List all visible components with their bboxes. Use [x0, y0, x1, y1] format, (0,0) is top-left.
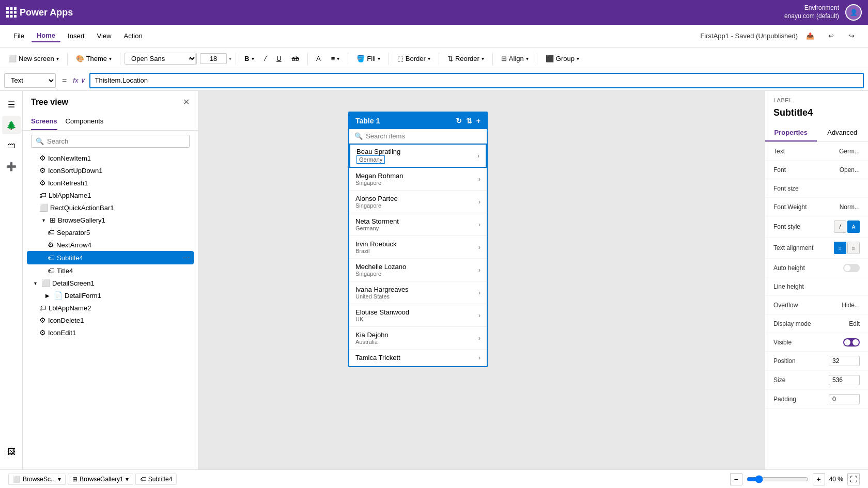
gallery-item-subtitle-7: UK: [355, 316, 478, 322]
tree-item-DetailScreen1[interactable]: ▾ ⬜ DetailScreen1: [27, 277, 194, 289]
data-button[interactable]: 🗃: [2, 136, 21, 155]
tree-item-Separator5[interactable]: 🏷 Separator5: [27, 226, 194, 239]
tree-item-DetailForm1[interactable]: ▶ 📄 DetailForm1: [27, 289, 194, 302]
zoom-slider[interactable]: [747, 475, 809, 483]
text-color-button-2[interactable]: A: [847, 221, 860, 233]
reorder-button[interactable]: ⇅Reorder▾: [443, 53, 488, 65]
breadcrumb-browse-screen[interactable]: ⬜ BrowseSc... ▾: [8, 474, 66, 485]
menu-view[interactable]: View: [92, 30, 117, 42]
text-color-button[interactable]: A: [312, 53, 325, 65]
gallery-item-0[interactable]: Beau Spratling Germany ›: [349, 144, 487, 168]
gallery-item-3[interactable]: Neta Storment Germany ›: [349, 213, 487, 236]
gallery-item-arrow-5: ›: [478, 266, 481, 274]
gallery-item-2[interactable]: Alonso Partee Singapore ›: [349, 191, 487, 213]
gallery-item-7[interactable]: Elouise Stanwood UK ›: [349, 304, 487, 327]
align-right-button[interactable]: ≡: [847, 242, 860, 254]
expand-browsegallery1[interactable]: ▾: [39, 217, 48, 223]
redo-button[interactable]: ↪: [843, 28, 860, 44]
sidebar-close-button[interactable]: ✕: [183, 97, 190, 107]
sort-icon[interactable]: ⇅: [466, 117, 472, 125]
breadcrumb-browse-gallery[interactable]: ⊞ BrowseGallery1 ▾: [68, 474, 133, 485]
bold-chevron: ▾: [252, 56, 254, 61]
tree-item-NextArrow4[interactable]: ⚙ NextArrow4: [27, 239, 194, 251]
expand-detailform1[interactable]: ▶: [43, 293, 52, 298]
tree-item-IconSortUpDown1[interactable]: ⚙ IconSortUpDown1: [27, 164, 194, 177]
visible-toggle[interactable]: [843, 338, 860, 347]
add-icon[interactable]: +: [476, 117, 481, 125]
screen-icon: ⬜: [13, 476, 21, 483]
border-button[interactable]: ⬚Border▾: [393, 53, 435, 65]
tree-item-RectQuickActionBar1[interactable]: ⬜ RectQuickActionBar1: [27, 201, 194, 214]
menu-insert[interactable]: Insert: [63, 30, 90, 42]
tree-more-button[interactable]: ···: [183, 253, 190, 262]
sidebar-toggle-button[interactable]: ☰: [2, 95, 21, 114]
prop-value-size[interactable]: [829, 375, 860, 385]
tree-item-IconRefresh1[interactable]: ⚙ IconRefresh1: [27, 177, 194, 189]
tree-view-button[interactable]: 🌲: [2, 116, 21, 134]
property-select[interactable]: Text: [4, 73, 56, 88]
tree-item-IconDelete1[interactable]: ⚙ IconDelete1: [27, 314, 194, 326]
media-button[interactable]: 🖼: [2, 443, 21, 461]
sidebar-header: Tree view ✕: [23, 91, 198, 113]
fill-button[interactable]: 🪣Fill▾: [352, 53, 384, 65]
sidebar-title: Tree view: [31, 98, 179, 107]
zoom-in-button[interactable]: +: [813, 473, 825, 485]
align-left-button[interactable]: ≡: [834, 242, 846, 254]
prop-value-position[interactable]: [829, 356, 860, 366]
prop-value-padding[interactable]: [829, 394, 860, 404]
gallery-item-8[interactable]: Kia Dejohn Australia ›: [349, 327, 487, 350]
new-screen-chevron: ▾: [56, 56, 59, 61]
gallery-item-5[interactable]: Mechelle Lozano Singapore ›: [349, 259, 487, 281]
svg-rect-6: [6, 15, 9, 18]
gallery-item-9[interactable]: Tamica Trickett ›: [349, 350, 487, 366]
underline-button[interactable]: U: [272, 53, 285, 65]
add-button[interactable]: ➕: [2, 157, 21, 176]
gallery-item-1[interactable]: Megan Rohman Singapore ›: [349, 168, 487, 191]
tree-item-IconEdit1[interactable]: ⚙ IconEdit1: [27, 326, 194, 339]
fit-to-screen-button[interactable]: ⛶: [847, 473, 860, 485]
tree-item-IconNewItem1[interactable]: ⚙ IconNewItem1: [27, 152, 194, 164]
gallery-item-6[interactable]: Ivana Hargreaves United States ›: [349, 281, 487, 304]
formula-input[interactable]: [89, 73, 864, 88]
autoheight-toggle[interactable]: [843, 264, 860, 272]
share-button[interactable]: 📤: [802, 28, 818, 44]
gallery-search-input[interactable]: [366, 132, 482, 140]
tab-components[interactable]: Components: [66, 113, 104, 130]
fx-button[interactable]: fx ∨: [73, 76, 85, 84]
tab-properties[interactable]: Properties: [765, 124, 817, 141]
menu-home[interactable]: Home: [32, 29, 60, 42]
grid-menu-button[interactable]: Power Apps: [6, 7, 73, 18]
bold-button[interactable]: B▾: [240, 53, 258, 65]
tree-item-label: LblAppName2: [49, 304, 190, 312]
font-size-input[interactable]: [200, 53, 227, 64]
user-avatar[interactable]: 👤: [845, 4, 862, 21]
search-input[interactable]: [47, 137, 185, 145]
undo-button[interactable]: ↩: [823, 28, 839, 44]
gallery-item-4[interactable]: Irvin Roebuck Brazil ›: [349, 236, 487, 259]
tree-item-LblAppName1[interactable]: 🏷 LblAppName1: [27, 189, 194, 201]
align-objects-button[interactable]: ⊟Align▾: [497, 53, 533, 65]
theme-button[interactable]: 🎨 Theme ▾: [72, 53, 116, 65]
menu-action[interactable]: Action: [119, 30, 148, 42]
tree-item-LblAppName2[interactable]: 🏷 LblAppName2: [27, 302, 194, 314]
new-screen-button[interactable]: ⬜ New screen ▾: [4, 53, 63, 65]
expand-detailscreen1[interactable]: ▾: [31, 280, 39, 286]
tree-item-Title4[interactable]: 🏷 Title4: [27, 264, 194, 277]
strikethrough-button[interactable]: ab: [288, 53, 303, 65]
prop-value-font: Open...: [840, 166, 860, 174]
zoom-out-button[interactable]: −: [730, 473, 742, 485]
tree-item-BrowseGallery1[interactable]: ▾ ⊞ BrowseGallery1: [27, 214, 194, 226]
italic-style-button[interactable]: /: [834, 221, 846, 233]
refresh-icon[interactable]: ↻: [456, 117, 462, 125]
breadcrumb-subtitle4[interactable]: 🏷 Subtitle4: [135, 474, 177, 485]
tree-item-Subtitle4[interactable]: 🏷 Subtitle4 ···: [27, 251, 194, 264]
tab-advanced[interactable]: Advanced: [817, 124, 869, 141]
italic-button[interactable]: /: [260, 53, 271, 65]
tab-screens[interactable]: Screens: [31, 113, 57, 130]
new-screen-label: New screen: [19, 55, 54, 62]
prop-label-overflow: Overflow: [773, 302, 842, 309]
menu-file[interactable]: File: [8, 30, 29, 42]
font-select[interactable]: Open Sans: [125, 53, 197, 65]
align-button[interactable]: ≡▾: [327, 53, 344, 65]
group-button[interactable]: ⬛Group▾: [541, 53, 583, 65]
